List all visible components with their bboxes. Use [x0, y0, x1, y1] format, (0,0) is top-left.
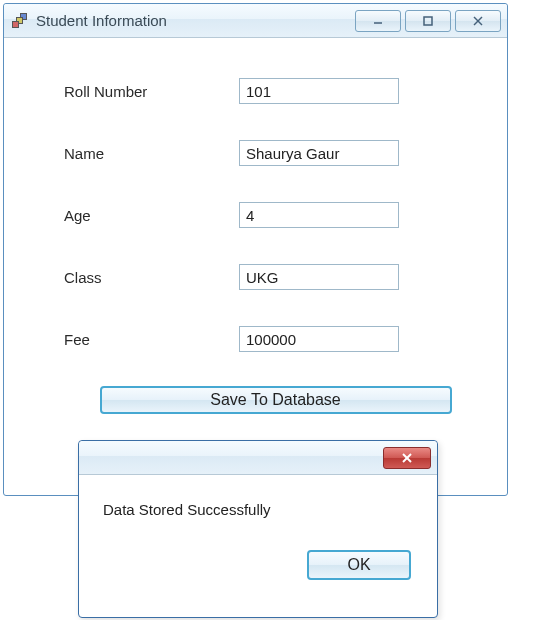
minimize-button[interactable]	[355, 10, 401, 32]
app-icon	[12, 13, 28, 29]
input-age[interactable]	[239, 202, 399, 228]
close-button[interactable]	[455, 10, 501, 32]
maximize-icon	[421, 15, 435, 27]
save-button[interactable]: Save To Database	[100, 386, 452, 414]
window-title: Student Information	[36, 12, 355, 29]
label-roll-number: Roll Number	[64, 83, 239, 100]
minimize-icon	[371, 15, 385, 27]
dialog-footer: OK	[79, 530, 437, 596]
dialog-close-button[interactable]	[383, 447, 431, 469]
label-class: Class	[64, 269, 239, 286]
row-fee: Fee	[64, 324, 487, 354]
label-fee: Fee	[64, 331, 239, 348]
row-name: Name	[64, 138, 487, 168]
input-class[interactable]	[239, 264, 399, 290]
input-fee[interactable]	[239, 326, 399, 352]
label-age: Age	[64, 207, 239, 224]
row-class: Class	[64, 262, 487, 292]
main-window: Student Information Roll Number Name Age	[3, 3, 508, 496]
label-name: Name	[64, 145, 239, 162]
message-dialog: Data Stored Successfully OK	[78, 440, 438, 618]
input-roll-number[interactable]	[239, 78, 399, 104]
close-icon	[471, 15, 485, 27]
dialog-message: Data Stored Successfully	[79, 475, 437, 530]
row-age: Age	[64, 200, 487, 230]
maximize-button[interactable]	[405, 10, 451, 32]
titlebar: Student Information	[4, 4, 507, 38]
form-body: Roll Number Name Age Class Fee Save To D…	[4, 38, 507, 434]
close-icon	[400, 452, 414, 464]
input-name[interactable]	[239, 140, 399, 166]
dialog-titlebar	[79, 441, 437, 475]
svg-rect-1	[424, 17, 432, 25]
ok-button[interactable]: OK	[307, 550, 411, 580]
window-controls	[355, 10, 501, 32]
row-roll-number: Roll Number	[64, 76, 487, 106]
